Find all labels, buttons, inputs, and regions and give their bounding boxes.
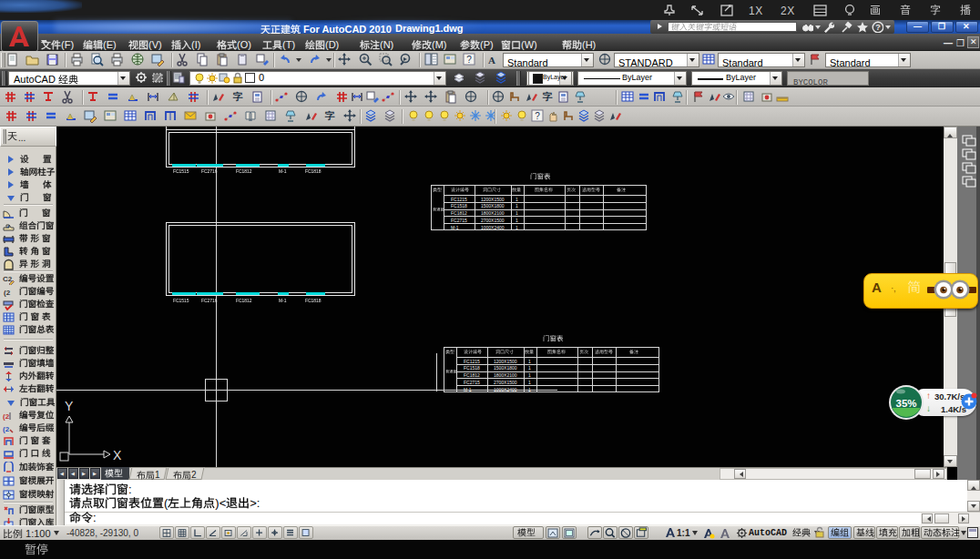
svg-text:(2: (2 <box>3 425 10 433</box>
svg-text:?: ? <box>875 23 881 32</box>
svg-text:(2: (2 <box>3 412 10 421</box>
svg-text:A: A <box>488 55 495 66</box>
svg-text:(2: (2 <box>4 289 11 297</box>
svg-text:字: 字 <box>233 91 243 102</box>
svg-text:?: ? <box>466 55 472 65</box>
svg-text:Y: Y <box>65 399 74 413</box>
svg-text:字: 字 <box>325 110 335 121</box>
svg-text:?: ? <box>535 111 540 121</box>
svg-text:X: X <box>113 448 122 462</box>
svg-text:35%: 35% <box>895 398 916 409</box>
svg-text:字: 字 <box>543 91 553 102</box>
